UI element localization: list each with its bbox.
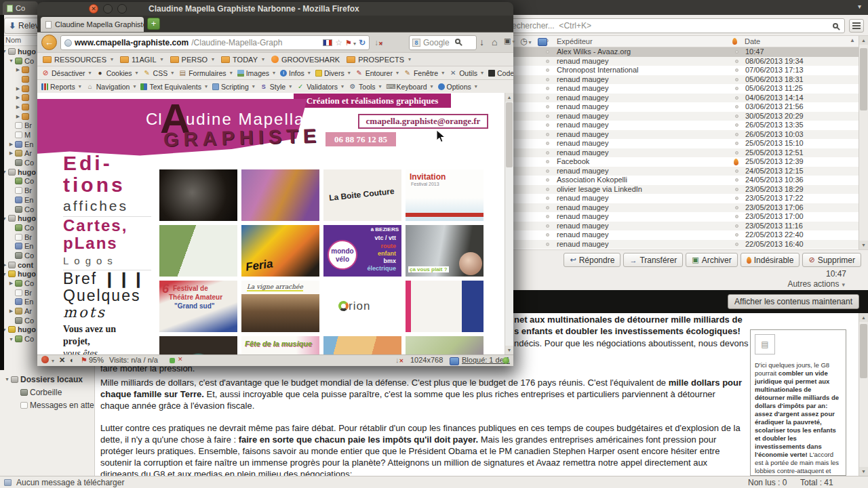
thumb-theatre-poster[interactable]: 6 Festival de Théâtre Amateur "Grand sud… <box>159 281 237 332</box>
menu-plans[interactable]: pLans <box>63 235 151 252</box>
thumb-map[interactable] <box>241 169 319 221</box>
webdev-misc-menu[interactable]: Divers <box>315 69 351 77</box>
scroll-up-icon[interactable]: ▲ <box>859 313 868 322</box>
webdev-options-menu[interactable]: Options <box>438 83 477 91</box>
tiny-x-icon[interactable]: ✕ <box>178 356 183 363</box>
webdev-info-menu[interactable]: iInfos <box>280 69 311 77</box>
browser-tab[interactable]: Claudine Mapella Graphiste N... <box>41 17 144 32</box>
junk-button[interactable]: Indésirable <box>741 253 800 267</box>
thumb-cow-photo[interactable]: ça vous plait ? <box>406 225 484 277</box>
home-button[interactable]: ⌂ <box>492 37 497 47</box>
forward-button[interactable]: →Transférer <box>623 253 683 267</box>
search-icon[interactable] <box>833 23 838 28</box>
thumb-couture[interactable]: La Boite Couture <box>323 169 401 221</box>
webdev-cookies-menu[interactable]: ●Cookies <box>96 69 138 77</box>
delete-button[interactable]: ⊘Supprimer <box>802 253 861 267</box>
page-scrollbar[interactable]: ▲ ▼ <box>505 93 513 354</box>
bookmark-folder-today[interactable]: TODAY <box>221 56 264 64</box>
webdev-keyboard-menu[interactable]: ⌨Keyboard <box>387 83 433 91</box>
bookmark-folder-11agil[interactable]: 11AGIL <box>120 56 163 64</box>
close-button[interactable]: ✕ <box>89 4 98 14</box>
other-actions-button[interactable]: Autres actions <box>787 279 845 289</box>
hamburger-menu-button[interactable] <box>849 19 864 33</box>
session-addon-icon[interactable] <box>538 38 547 46</box>
menu-bref[interactable]: Bref ❙❙❙ <box>63 270 151 287</box>
webdev-validators-menu[interactable]: ✓Validators <box>296 83 344 91</box>
bookmark-folder-prospects[interactable]: PROSPECTS <box>347 56 411 64</box>
local-trash[interactable]: Corbeille <box>9 386 94 399</box>
thumb-fete-musique[interactable]: Fête de la musique <box>241 336 319 354</box>
search-box[interactable]: 8 Google <box>409 35 477 50</box>
local-folders-root[interactable]: ▼Dossiers locaux <box>0 373 94 386</box>
menu-quelques[interactable]: Quelques <box>63 287 151 304</box>
thumb-portrait[interactable] <box>159 169 237 221</box>
webdev-text-equiv-menu[interactable]: Text Equivalents <box>140 83 207 91</box>
thumb-vigne[interactable]: La vigne arrachée <box>241 281 319 332</box>
junk-column-icon[interactable] <box>732 38 738 45</box>
webdev-disable-menu[interactable]: ⊘Désactiver <box>41 69 92 77</box>
menu-editions-2[interactable]: tions <box>63 174 151 196</box>
webdev-tools-menu[interactable]: ✕Outils <box>449 69 484 77</box>
blue-addon-icon[interactable] <box>450 357 459 365</box>
thumb-illustration-page[interactable] <box>406 336 484 354</box>
bookmark-folder-ressources[interactable]: RESSOURCES <box>43 56 113 64</box>
close-x-icon[interactable]: ✕ <box>59 356 65 365</box>
thumb-city-map[interactable] <box>323 336 401 354</box>
archive-button[interactable]: ▣Archiver <box>686 253 737 267</box>
scroll-down-icon[interactable]: ▼ <box>859 241 868 249</box>
toggle-icon[interactable]: ◐ <box>70 356 75 364</box>
menu-logos[interactable]: Logos <box>63 252 151 270</box>
menu-mots[interactable]: mots <box>63 304 151 321</box>
bookmark-folder-perso[interactable]: PERSO <box>170 56 215 64</box>
thread-list-scrollbar[interactable]: ▲ ▼ <box>859 36 868 249</box>
webdev-tools2-menu[interactable]: ⚙Tools <box>349 83 382 91</box>
flag-icon[interactable]: ⚑ <box>81 356 87 365</box>
webdev-forms-menu[interactable]: ▤Formulaires <box>178 69 232 77</box>
search-engine-icon[interactable]: 8 <box>412 39 420 47</box>
sender-column-header[interactable]: Expéditeur <box>557 37 593 45</box>
webdev-outline-menu[interactable]: ✎Entourer <box>355 69 399 77</box>
date-column-header[interactable]: Date <box>745 37 760 45</box>
reply-button[interactable]: ↩Répondre <box>564 253 620 267</box>
minimize-button[interactable] <box>103 4 113 14</box>
download-blocker-icon[interactable]: ↓✕ <box>374 38 382 47</box>
webdev-resize-menu[interactable]: ✎Fenêtre <box>403 69 444 77</box>
scroll-up-icon[interactable]: ▲ <box>859 36 868 45</box>
thumb-invitation[interactable]: Invitation Festival 2013 <box>406 169 484 221</box>
french-flag-icon[interactable] <box>323 39 332 46</box>
thunderbird-mail-tab[interactable]: Co <box>3 1 38 15</box>
menu-editions-1[interactable]: Edi- <box>63 152 151 174</box>
thumb-landscape-doc[interactable] <box>159 225 237 277</box>
url-bar[interactable]: www.cmapella-graphiste.com /Claudine-Map… <box>60 35 370 50</box>
webdev-images-menu[interactable]: Images <box>237 69 275 77</box>
webdev-code-menu[interactable]: Code <box>488 69 513 77</box>
menu-cartes[interactable]: Cartes, <box>63 217 151 235</box>
message-scrollbar[interactable]: ▲ ▼ <box>859 313 868 476</box>
adblock-icon[interactable] <box>41 356 49 363</box>
history-clock-button[interactable]: ◷ <box>520 37 532 46</box>
thumb-magazine-page[interactable] <box>406 281 484 332</box>
email-link[interactable]: cmapella.graphiste@orange.fr <box>358 114 488 129</box>
webdev-reports-menu[interactable]: Reports <box>41 83 81 91</box>
scrollbar-thumb[interactable] <box>860 324 867 378</box>
search-input[interactable] <box>507 18 845 33</box>
scroll-down-icon[interactable]: ▼ <box>859 467 868 476</box>
viewport-resolution[interactable]: 1024x768 <box>410 356 443 364</box>
scrollbar-thumb[interactable] <box>506 102 513 167</box>
tiny-green-icon[interactable] <box>170 358 175 363</box>
new-tab-button[interactable]: + <box>147 18 160 30</box>
scroll-up-icon[interactable]: ▲ <box>505 93 513 102</box>
webdev-style-menu[interactable]: SStyle <box>260 83 292 91</box>
webdev-css-menu[interactable]: ✎CSS <box>143 69 174 77</box>
thumb-mondo-velo[interactable]: à BEZIERS mondo vélo vtc / vtt route enf… <box>323 225 401 277</box>
webdev-scripting-menu[interactable]: Scripting <box>212 83 255 91</box>
local-outbox[interactable]: Messages en attente <box>9 399 94 411</box>
scroll-down-icon[interactable]: ▼ <box>505 346 513 354</box>
reload-icon[interactable]: ↻ <box>359 38 366 47</box>
back-button[interactable]: ← <box>41 35 57 50</box>
site-identity-icon[interactable] <box>64 39 72 47</box>
search-go-icon[interactable] <box>455 39 460 44</box>
downloads-button[interactable]: ↓ <box>479 37 484 47</box>
flag-addon-icon[interactable]: ⚑ <box>345 39 356 47</box>
green-status-icon[interactable] <box>502 357 509 364</box>
